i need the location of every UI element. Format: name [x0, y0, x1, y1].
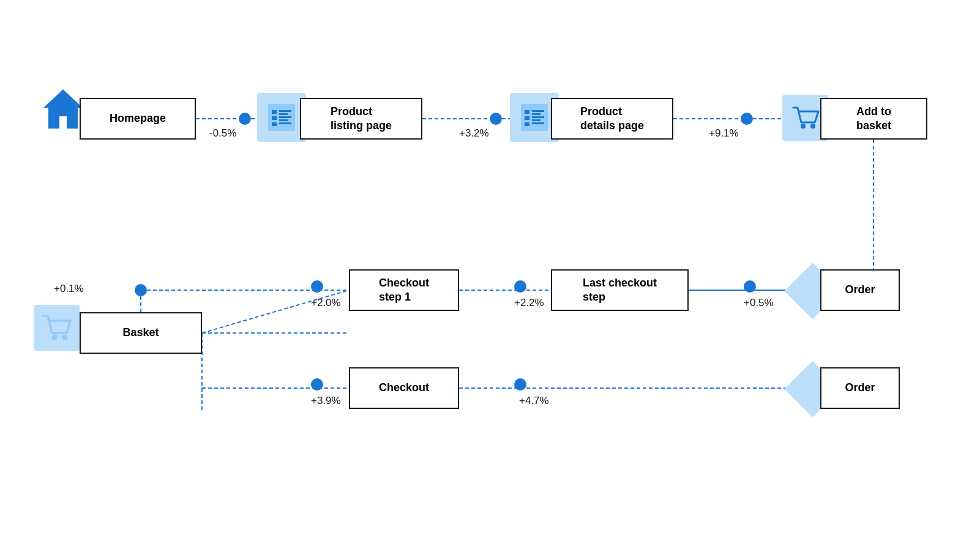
dot-basket-checkout — [311, 378, 323, 391]
dot-details-basket — [741, 113, 753, 125]
checkout-step1-node: Checkoutstep 1 — [349, 269, 459, 311]
svg-rect-29 — [532, 116, 544, 118]
svg-rect-30 — [532, 119, 540, 121]
pct-basket-checkout1: +2.0% — [311, 297, 341, 309]
pct-listing-details: +3.2% — [459, 127, 489, 140]
dot-basket-return — [135, 284, 147, 296]
svg-rect-18 — [279, 113, 288, 115]
svg-rect-19 — [272, 116, 277, 120]
dot-homepage-listing — [239, 113, 251, 125]
dot-basket-checkout1 — [311, 280, 323, 293]
product-details-label: Productdetails page — [580, 105, 644, 133]
checkout-step1-label: Checkoutstep 1 — [379, 276, 429, 305]
svg-rect-25 — [525, 110, 529, 114]
dot-last-order1 — [744, 280, 756, 293]
svg-rect-23 — [279, 122, 291, 124]
svg-point-35 — [52, 335, 58, 340]
add-to-basket-label: Add tobasket — [856, 105, 891, 133]
product-listing-label: Productlisting page — [331, 105, 392, 133]
pct-basket-checkout: +3.9% — [311, 395, 341, 407]
order1-node: Order — [820, 269, 900, 311]
pct-homepage-listing: -0.5% — [209, 127, 236, 140]
dot-checkout-order2 — [514, 378, 526, 391]
svg-point-34 — [810, 124, 815, 129]
order2-node: Order — [820, 367, 900, 409]
svg-point-36 — [62, 335, 68, 340]
svg-rect-20 — [279, 116, 291, 118]
svg-rect-21 — [279, 119, 288, 121]
svg-rect-16 — [272, 110, 277, 114]
svg-point-33 — [801, 124, 806, 129]
svg-rect-22 — [272, 122, 277, 126]
svg-rect-17 — [279, 110, 291, 112]
connector-lines — [0, 0, 980, 535]
homepage-node: Homepage — [80, 98, 196, 140]
basket-label: Basket — [122, 326, 159, 340]
checkout-node: Checkout — [349, 367, 459, 409]
pct-checkout1-last: +2.2% — [514, 297, 544, 309]
product-listing-node: Productlisting page — [300, 98, 422, 140]
add-to-basket-node: Add tobasket — [820, 98, 927, 140]
dot-checkout1-last — [514, 280, 526, 293]
pct-basket-return: +0.1% — [54, 283, 84, 295]
homepage-label: Homepage — [110, 111, 166, 125]
svg-rect-28 — [525, 116, 529, 120]
product-listing-icon — [257, 93, 306, 142]
svg-rect-27 — [532, 113, 540, 115]
last-checkout-node: Last checkoutstep — [551, 269, 689, 311]
product-details-node: Productdetails page — [551, 98, 673, 140]
order1-label: Order — [845, 283, 875, 297]
checkout-label: Checkout — [379, 381, 429, 395]
pct-last-order1: +0.5% — [744, 297, 774, 309]
diagram-container: Homepage -0.5% Productlisting page +3.2% — [0, 0, 980, 535]
order2-label: Order — [845, 381, 875, 395]
basket-node: Basket — [80, 312, 202, 354]
svg-rect-31 — [525, 122, 529, 126]
basket-icon — [34, 305, 80, 351]
svg-marker-14 — [43, 89, 83, 129]
svg-rect-26 — [532, 110, 544, 112]
dot-listing-details — [490, 113, 502, 125]
pct-details-basket: +9.1% — [709, 127, 739, 140]
svg-rect-32 — [532, 122, 544, 124]
pct-checkout-order2: +4.7% — [519, 395, 549, 407]
last-checkout-label: Last checkoutstep — [583, 276, 657, 305]
